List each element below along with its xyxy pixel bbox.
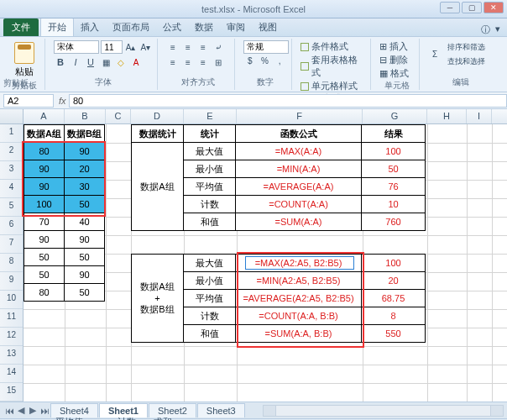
data-table-left: 数据A组数据B组 8090 9020 9030 10050 7040 9090 … [24, 124, 105, 302]
row-header[interactable]: 8 [0, 254, 23, 272]
table-format-button[interactable]: 套用表格格式 [301, 54, 365, 79]
formula-input[interactable]: 80 [69, 94, 507, 108]
delete-cells-button[interactable]: ⊟ 删除 [379, 54, 414, 66]
tab-insert[interactable]: 插入 [74, 18, 106, 36]
cond-format-button[interactable]: 条件格式 [301, 40, 365, 53]
align-center-button[interactable]: ≡ [181, 55, 195, 69]
row-header[interactable]: 6 [0, 217, 23, 235]
bold-button[interactable]: B [54, 55, 67, 69]
paste-button[interactable]: 粘贴 [8, 40, 39, 80]
row-header[interactable]: 11 [0, 309, 23, 328]
tab-data[interactable]: 数据 [188, 18, 220, 36]
fill-color-button[interactable]: ◇ [114, 55, 128, 69]
tab-nav-next[interactable]: ▶ [27, 405, 39, 417]
font-size-select[interactable]: 11 [101, 40, 122, 54]
tab-home[interactable]: 开始 [40, 18, 74, 36]
group-font-label: 字体 [54, 76, 152, 88]
column-header[interactable]: I [467, 109, 492, 123]
column-header[interactable]: B [65, 109, 106, 123]
close-button[interactable]: ✕ [483, 2, 504, 13]
select-all-corner[interactable] [0, 109, 24, 123]
number-format-select[interactable]: 常规 [243, 40, 289, 54]
paste-icon [14, 42, 34, 64]
group-cells-label: 单元格 [379, 80, 414, 92]
clipboard-pane-label: 剪贴板 [3, 77, 29, 89]
grow-font-button[interactable]: A▴ [124, 40, 138, 54]
tab-nav-first[interactable]: ⏮ [3, 405, 15, 417]
column-header[interactable]: C [106, 109, 131, 123]
font-name-select[interactable]: 宋体 [54, 40, 99, 54]
group-editing-label: 编辑 [428, 76, 494, 88]
insert-cells-button[interactable]: ⊞ 插入 [379, 40, 414, 53]
name-box[interactable]: A2 [3, 94, 54, 108]
format-cells-button[interactable]: ▦ 格式 [379, 67, 414, 80]
row-header[interactable]: 14 [0, 365, 23, 383]
row-header[interactable]: 4 [0, 180, 23, 198]
group-align-label: 对齐方式 [166, 76, 229, 88]
window-title: test.xlsx - Microsoft Excel [201, 4, 306, 14]
currency-button[interactable]: $ [243, 54, 257, 67]
column-header[interactable]: F [237, 109, 363, 123]
row-header[interactable]: 10 [0, 291, 23, 309]
tab-layout[interactable]: 页面布局 [106, 18, 156, 36]
tab-nav-last[interactable]: ⏭ [39, 405, 50, 417]
tab-nav-prev[interactable]: ◀ [15, 405, 27, 417]
tab-formula[interactable]: 公式 [156, 18, 188, 36]
tab-file[interactable]: 文件 [3, 18, 39, 36]
row-headers: 123456789101112131415 [0, 124, 24, 402]
min-ribbon-icon[interactable]: ▾ [495, 24, 500, 36]
ribbon-tabs: 文件 开始 插入 页面布局 公式 数据 审阅 视图 ⓘ ▾ [0, 18, 507, 37]
cells-grid[interactable]: 数据A组数据B组 8090 9020 9030 10050 7040 9090 … [24, 124, 507, 402]
align-right-button[interactable]: ≡ [196, 55, 210, 69]
sheet-area[interactable]: ABCDEFGHI 123456789101112131415 数据A组数据B组… [0, 109, 507, 402]
tab-review[interactable]: 审阅 [220, 18, 252, 36]
font-color-button[interactable]: A [129, 55, 143, 69]
row-header[interactable]: 2 [0, 143, 23, 161]
data-table-right: 数据统计统计函数公式结果 数据A组最大值=MAX(A:A)100 最小值=MIN… [131, 124, 426, 231]
sort-button[interactable]: 排序和筛选 [447, 40, 486, 54]
comma-button[interactable]: , [273, 54, 286, 67]
group-number-label: 数字 [243, 76, 286, 88]
data-table-right-2: 数据A组+数据B组最大值=MAX(A2:A5, B2:B5)100 最小值=MI… [131, 254, 426, 343]
column-header[interactable]: G [363, 109, 427, 123]
align-bot-button[interactable]: ≡ [196, 40, 210, 54]
row-header[interactable]: 5 [0, 198, 23, 217]
underline-button[interactable]: U [84, 55, 97, 69]
column-headers: ABCDEFGHI [0, 109, 507, 124]
wrap-button[interactable]: ⤶ [212, 40, 225, 54]
status-count: 计数: 8 [118, 416, 145, 420]
align-left-button[interactable]: ≡ [166, 55, 180, 69]
tab-view[interactable]: 视图 [252, 18, 284, 36]
row-header[interactable]: 3 [0, 161, 23, 180]
maximize-button[interactable]: ▢ [462, 2, 482, 13]
italic-button[interactable]: I [69, 55, 82, 69]
find-button[interactable]: 查找和选择 [447, 55, 486, 68]
column-header[interactable]: E [184, 109, 237, 123]
row-header[interactable]: 7 [0, 235, 23, 254]
column-header[interactable]: H [427, 109, 467, 123]
minimize-button[interactable]: ─ [440, 2, 460, 13]
cell-format-button[interactable]: 单元格样式 [301, 80, 365, 92]
formula-bar: A2 fx 80 [0, 92, 507, 109]
sheet-tab[interactable]: Sheet3 [197, 403, 245, 417]
ribbon: 粘贴 剪贴板 宋体 11 A▴ A▾ B I U ▦ ◇ A 字体 ≡ ≡ ≡ … [0, 37, 507, 92]
horizontal-scrollbar[interactable] [263, 405, 504, 417]
percent-button[interactable]: % [259, 54, 272, 67]
row-header[interactable]: 1 [0, 124, 23, 143]
column-header[interactable]: D [131, 109, 184, 123]
fx-icon[interactable]: fx [57, 96, 69, 106]
border-button[interactable]: ▦ [99, 55, 112, 69]
row-header[interactable]: 15 [0, 383, 23, 402]
merge-button[interactable]: ⊞ [212, 55, 225, 69]
status-average: 平均值: 68.75 [55, 416, 109, 420]
autosum-button[interactable]: Σ [428, 48, 442, 61]
row-header[interactable]: 12 [0, 328, 23, 346]
help-icon[interactable]: ⓘ [481, 24, 490, 36]
align-mid-button[interactable]: ≡ [181, 40, 195, 54]
title-bar: test.xlsx - Microsoft Excel ─ ▢ ✕ [0, 0, 507, 18]
row-header[interactable]: 13 [0, 346, 23, 365]
row-header[interactable]: 9 [0, 272, 23, 291]
shrink-font-button[interactable]: A▾ [139, 40, 152, 54]
column-header[interactable]: A [24, 109, 65, 123]
align-top-button[interactable]: ≡ [166, 40, 180, 54]
